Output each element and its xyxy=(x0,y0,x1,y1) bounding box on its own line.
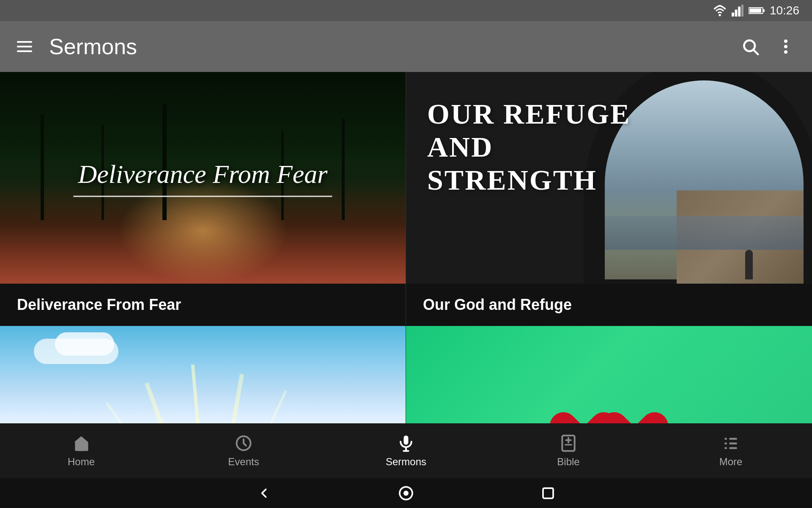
svg-rect-23 xyxy=(729,447,737,449)
app-title: Sermons xyxy=(49,34,137,59)
signal-icon xyxy=(732,5,743,17)
standing-figure xyxy=(745,250,753,279)
nav-sermons[interactable]: Sermons xyxy=(325,434,487,468)
svg-line-9 xyxy=(754,50,758,54)
deliverance-text: Deliverance From Fear xyxy=(30,158,375,190)
menu-button[interactable] xyxy=(17,41,32,52)
sermon-card-1[interactable]: Deliverance From Fear Deliverance From F… xyxy=(0,72,406,326)
list-icon xyxy=(721,434,740,453)
water-area xyxy=(605,216,804,250)
card-1-label-bar: Deliverance From Fear xyxy=(0,284,406,326)
nav-home-label: Home xyxy=(68,456,95,468)
time-display: 10:26 xyxy=(770,4,799,17)
nav-bible-label: Bible xyxy=(557,456,579,468)
app-bar-right xyxy=(741,37,795,56)
status-icons: 10:26 xyxy=(713,4,799,17)
card-1-title: Deliverance From Fear xyxy=(17,296,181,314)
bottom-nav: Home Events Sermons Bible xyxy=(0,423,812,478)
svg-rect-4 xyxy=(741,5,743,17)
svg-rect-6 xyxy=(749,8,761,13)
sermon-row-1: Deliverance From Fear Deliverance From F… xyxy=(0,72,812,326)
bible-icon xyxy=(559,434,578,453)
deliverance-overlay: Deliverance From Fear xyxy=(30,158,375,197)
card-2-label-bar: Our God and Refuge xyxy=(406,284,812,326)
nav-events[interactable]: Events xyxy=(162,434,325,468)
svg-point-12 xyxy=(784,50,787,54)
svg-point-28 xyxy=(403,491,409,496)
status-bar: 10:26 xyxy=(0,0,812,21)
clock-icon xyxy=(234,434,253,453)
nav-sermons-label: Sermons xyxy=(386,456,426,468)
home-icon xyxy=(72,434,91,453)
search-button[interactable] xyxy=(741,37,760,56)
svg-point-10 xyxy=(784,39,787,43)
back-button[interactable] xyxy=(256,486,272,501)
wifi-icon xyxy=(713,5,727,17)
nav-home[interactable]: Home xyxy=(0,434,162,468)
svg-point-11 xyxy=(784,45,787,48)
mic-icon xyxy=(397,434,415,453)
svg-rect-14 xyxy=(404,436,409,445)
battery-icon xyxy=(749,6,765,15)
svg-rect-3 xyxy=(738,7,741,17)
svg-rect-24 xyxy=(724,438,727,440)
svg-point-0 xyxy=(719,14,721,16)
nav-bible[interactable]: Bible xyxy=(487,434,650,468)
nav-events-label: Events xyxy=(228,456,259,468)
app-bar: Sermons xyxy=(0,21,812,72)
svg-rect-22 xyxy=(729,442,737,444)
more-vertical-button[interactable] xyxy=(776,37,795,56)
refuge-text: OUR REFUGEANDSTRENGTH xyxy=(427,97,631,197)
nav-more-label: More xyxy=(719,456,743,468)
card-2-title: Our God and Refuge xyxy=(423,296,572,314)
recent-apps-button[interactable] xyxy=(540,486,556,501)
deliverance-underline xyxy=(74,196,332,197)
forest-background: Deliverance From Fear xyxy=(0,72,406,284)
system-nav xyxy=(0,478,812,508)
svg-rect-7 xyxy=(763,9,765,12)
cave-background: OUR REFUGEANDSTRENGTH xyxy=(406,72,812,284)
home-button[interactable] xyxy=(398,486,414,501)
svg-rect-21 xyxy=(729,438,737,440)
svg-rect-1 xyxy=(732,13,734,17)
svg-rect-2 xyxy=(735,10,738,17)
svg-rect-29 xyxy=(543,488,553,498)
svg-rect-26 xyxy=(724,447,727,449)
cloud-2 xyxy=(55,332,114,356)
content-area: Deliverance From Fear Deliverance From F… xyxy=(0,72,812,466)
refuge-overlay-text: OUR REFUGEANDSTRENGTH xyxy=(427,97,631,197)
app-bar-left: Sermons xyxy=(17,34,137,59)
sermon-card-2[interactable]: OUR REFUGEANDSTRENGTH Our God and Refuge xyxy=(406,72,812,326)
svg-rect-25 xyxy=(724,442,727,444)
nav-more[interactable]: More xyxy=(650,434,812,468)
